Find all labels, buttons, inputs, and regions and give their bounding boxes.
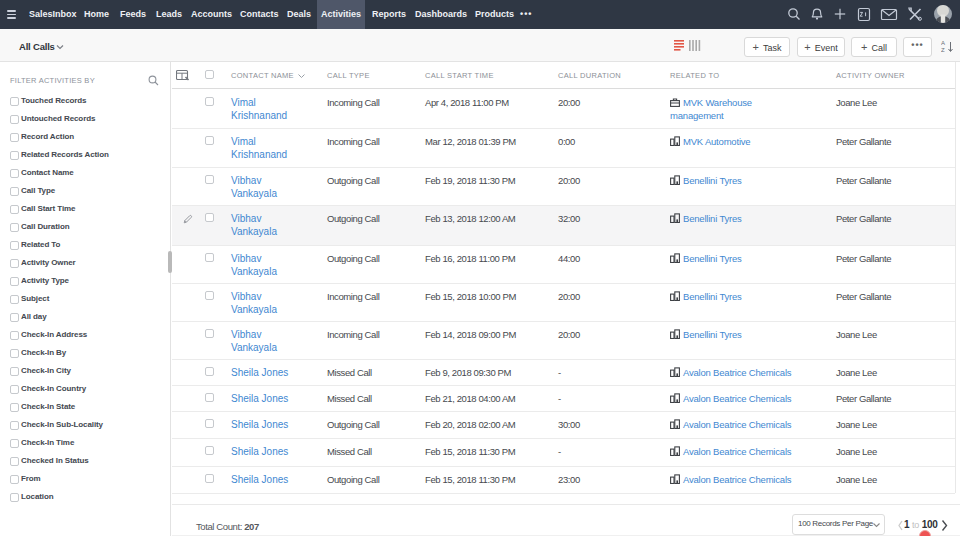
svg-text:Z: Z <box>941 47 945 53</box>
svg-text:A: A <box>941 40 945 46</box>
